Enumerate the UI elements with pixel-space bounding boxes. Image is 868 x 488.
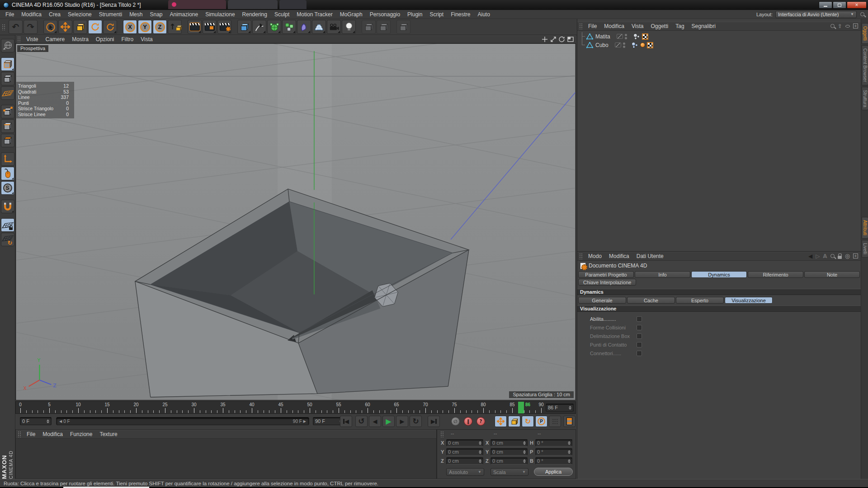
om-grip[interactable] bbox=[579, 23, 583, 29]
workplane-mode-button[interactable] bbox=[1, 86, 14, 100]
rotate-view-icon[interactable] bbox=[558, 36, 566, 42]
om-menu-item[interactable]: File bbox=[585, 23, 600, 30]
edges-mode-button[interactable] bbox=[1, 119, 14, 133]
menu-item[interactable]: Finestre bbox=[447, 11, 474, 18]
range-start-spinner[interactable]: 0 F bbox=[20, 417, 52, 425]
menu-item[interactable]: Motion Tracker bbox=[293, 11, 336, 18]
pan-view-icon[interactable] bbox=[541, 36, 548, 42]
history-forward-icon[interactable]: ▷ bbox=[816, 253, 820, 259]
group-header[interactable]: Visualizzazione bbox=[577, 305, 861, 312]
checkbox[interactable] bbox=[637, 342, 642, 347]
coord-field[interactable]: 0 cm bbox=[491, 448, 528, 455]
viewport-canvas[interactable]: Y Z X Prospettiva Triangoli12 Quadrati53 bbox=[15, 43, 576, 400]
scale-tool-button[interactable] bbox=[73, 20, 87, 34]
menu-item[interactable]: Snap bbox=[146, 11, 166, 18]
live-selection-button[interactable] bbox=[43, 20, 57, 34]
key-pla-button[interactable] bbox=[549, 416, 561, 427]
menu-item[interactable]: Sculpt bbox=[271, 11, 293, 18]
render-view-button[interactable] bbox=[188, 20, 202, 34]
goto-start-button[interactable]: ◀ bbox=[340, 416, 352, 427]
viewport-grip[interactable] bbox=[17, 36, 21, 42]
am-menu-item[interactable]: Modifica bbox=[605, 253, 633, 260]
next-frame-button[interactable]: ▶ bbox=[396, 416, 408, 427]
am-menu-item[interactable]: Dati Utente bbox=[633, 253, 667, 260]
play-backwards-button[interactable]: ↺ bbox=[355, 416, 368, 427]
preview-range-slider[interactable]: ◀0 F 90 F▶ bbox=[56, 417, 309, 425]
coordinate-system-button[interactable]: ↑ bbox=[168, 20, 182, 34]
coord-field[interactable]: 0 cm bbox=[491, 457, 528, 465]
panel-side-tab[interactable]: Attributi bbox=[862, 217, 868, 239]
camera-label[interactable]: Prospettiva bbox=[17, 45, 48, 52]
add-panel-icon[interactable]: + bbox=[853, 253, 858, 258]
enable-axis-button[interactable] bbox=[1, 152, 14, 166]
am-subtab[interactable]: Cache bbox=[627, 297, 675, 304]
add-spline-button[interactable] bbox=[252, 20, 266, 34]
loop-button[interactable]: ↻ bbox=[410, 416, 422, 427]
last-tool-button[interactable] bbox=[103, 20, 117, 34]
redo-button[interactable]: ↷ bbox=[24, 20, 38, 34]
viewport-menu-item[interactable]: Camere bbox=[42, 36, 68, 43]
document-row[interactable]: Documento CINEMA 4D bbox=[577, 261, 861, 271]
key-position-button[interactable] bbox=[495, 416, 507, 427]
panel-side-tab[interactable]: Livelli bbox=[862, 240, 868, 258]
size-mode-dropdown[interactable]: Scala▼ bbox=[491, 468, 528, 476]
add-environment-button[interactable] bbox=[312, 20, 326, 34]
scroll-to-top-icon[interactable]: ⇧ bbox=[838, 23, 842, 29]
texture-tag-icon[interactable] bbox=[647, 42, 653, 48]
checkbox[interactable] bbox=[637, 333, 642, 339]
timeline-playhead[interactable] bbox=[518, 402, 524, 413]
points-mode-button[interactable] bbox=[1, 105, 14, 118]
am-grip[interactable] bbox=[579, 253, 583, 259]
om-menu-item[interactable]: Tag bbox=[672, 23, 688, 30]
menu-item[interactable]: Personaggio bbox=[366, 11, 404, 18]
mm-menu-item[interactable]: Modifica bbox=[39, 431, 66, 438]
z-axis-lock-button[interactable]: Z bbox=[153, 20, 167, 34]
panel-side-tab[interactable]: Struttura bbox=[862, 87, 868, 110]
lock-workplane-button[interactable] bbox=[1, 218, 14, 232]
timeline-ruler[interactable]: 051015202530354045505560657075808590 86 … bbox=[15, 401, 576, 414]
menu-item[interactable]: Simulazione bbox=[202, 11, 238, 18]
am-subtab[interactable]: Generale bbox=[578, 297, 626, 304]
key-parameter-button[interactable]: P bbox=[535, 416, 547, 427]
undo-button[interactable]: ↶ bbox=[9, 20, 23, 34]
texture-mode-button[interactable] bbox=[1, 72, 14, 85]
move-tool-button[interactable] bbox=[58, 20, 72, 34]
add-primitive-button[interactable] bbox=[237, 20, 251, 34]
phong-tag-icon[interactable] bbox=[632, 42, 638, 48]
section-header[interactable]: Dynamics bbox=[577, 289, 861, 295]
render-settings-button[interactable] bbox=[217, 20, 231, 34]
am-tab[interactable]: Note bbox=[804, 271, 860, 278]
add-light-button[interactable] bbox=[342, 20, 356, 34]
autokey-button[interactable]: ? bbox=[475, 416, 487, 427]
menu-item[interactable]: Script bbox=[426, 11, 447, 18]
menu-item[interactable]: File bbox=[2, 11, 18, 18]
coord-field[interactable]: 0 ° bbox=[535, 439, 572, 446]
lock-icon[interactable] bbox=[838, 256, 842, 259]
coord-field[interactable]: 0 cm bbox=[446, 439, 483, 446]
mm-menu-item[interactable]: Texture bbox=[96, 431, 121, 438]
viewport-menu-item[interactable]: Opzioni bbox=[92, 36, 118, 43]
checkbox[interactable] bbox=[637, 325, 642, 330]
y-axis-lock-button[interactable]: Y bbox=[138, 20, 152, 34]
model-mode-button[interactable] bbox=[1, 57, 14, 71]
menu-item[interactable]: Aiuto bbox=[474, 11, 494, 18]
viewport-menu-item[interactable]: Filtro bbox=[118, 36, 137, 43]
layout-dropdown[interactable]: Interfaccia di Avvio (Utente) ▼ bbox=[775, 11, 857, 18]
close-button[interactable]: × bbox=[847, 1, 867, 9]
viewport-menu-item[interactable]: Vista bbox=[137, 36, 156, 43]
phong-tag-icon[interactable] bbox=[633, 33, 640, 40]
search-icon[interactable] bbox=[830, 24, 835, 28]
search-icon[interactable] bbox=[860, 12, 864, 16]
coords-grip[interactable] bbox=[440, 431, 444, 437]
zoom-view-icon[interactable] bbox=[550, 36, 557, 42]
am-menu-item[interactable]: Modo bbox=[585, 253, 605, 260]
viewport-menu-item[interactable]: Viste bbox=[23, 36, 42, 43]
menu-item[interactable]: Animazione bbox=[166, 11, 202, 18]
add-camera-button[interactable] bbox=[327, 20, 341, 34]
font-size-icon[interactable]: A bbox=[823, 253, 827, 259]
minimize-button[interactable] bbox=[819, 1, 832, 9]
menu-item[interactable]: MoGraph bbox=[336, 11, 366, 18]
maximize-button[interactable] bbox=[833, 1, 846, 9]
menu-item[interactable]: Plugin bbox=[404, 11, 426, 18]
om-menu-item[interactable]: Modifica bbox=[600, 23, 628, 30]
